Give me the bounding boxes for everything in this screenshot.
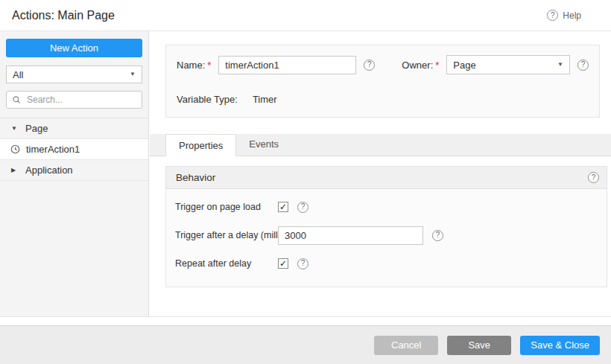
content-divider <box>0 316 611 317</box>
chevron-down-icon: ▼ <box>11 125 19 132</box>
tree-item-label: Application <box>25 165 73 176</box>
property-control: ✓ ? <box>278 258 308 269</box>
action-form: Name:* ? Owner:* Page ▼ ? Variable Type:… <box>165 45 600 118</box>
behavior-panel-header: Behavior ? <box>166 167 607 189</box>
name-label-text: Name: <box>177 60 205 71</box>
variable-type-row: Variable Type: Timer <box>177 94 589 105</box>
help-icon[interactable]: ? <box>364 60 375 71</box>
chevron-down-icon: ▼ <box>130 71 136 77</box>
property-row: Trigger after a delay (millisec… ? <box>175 221 598 249</box>
repeat-after-delay-checkbox[interactable]: ✓ <box>278 258 288 269</box>
panel-title: Behavior <box>176 172 215 183</box>
variable-type-label: Variable Type: <box>177 94 238 105</box>
save-button[interactable]: Save <box>447 336 511 355</box>
name-input[interactable] <box>218 56 356 74</box>
chevron-right-icon: ▶ <box>11 167 19 173</box>
sidebar: New Action All ▼ ▼ Page <box>0 31 149 316</box>
tab-properties[interactable]: Properties <box>165 134 236 156</box>
search-icon <box>12 95 21 104</box>
tree-item-label: Page <box>25 123 48 134</box>
property-row: Repeat after delay ✓ ? <box>175 249 598 278</box>
property-label: Trigger on page load <box>175 202 278 212</box>
help-icon: ? <box>547 10 558 21</box>
tree-item-timeraction1[interactable]: timerAction1 <box>0 139 148 160</box>
sidebar-controls: New Action All ▼ <box>0 31 148 109</box>
header: Actions: Main Page ? Help <box>0 0 611 31</box>
owner-select-value: Page <box>453 60 475 71</box>
action-tree: ▼ Page timerAction1 ▶ Application <box>0 118 148 181</box>
save-close-button[interactable]: Save & Close <box>520 336 600 355</box>
property-label: Trigger after a delay (millisec… <box>175 230 278 240</box>
help-icon[interactable]: ? <box>588 172 599 183</box>
property-label: Repeat after delay <box>175 258 278 269</box>
behavior-panel: Behavior ? Trigger on page load ✓ ? Trig… <box>165 166 607 287</box>
trigger-on-page-load-checkbox[interactable]: ✓ <box>278 202 288 212</box>
filter-select[interactable]: All ▼ <box>6 66 142 83</box>
actions-dialog: Actions: Main Page ? Help New Action All… <box>0 0 611 364</box>
chevron-down-icon: ▼ <box>557 62 563 68</box>
new-action-button[interactable]: New Action <box>6 39 142 57</box>
owner-label-text: Owner: <box>402 60 433 71</box>
page-title: Actions: Main Page <box>12 9 115 22</box>
required-asterisk: * <box>207 60 211 71</box>
property-control: ✓ ? <box>278 202 308 213</box>
tree-item-application[interactable]: ▶ Application <box>0 160 148 181</box>
search-input[interactable] <box>25 94 136 106</box>
tab-bar: Properties Events <box>150 134 611 156</box>
behavior-panel-body: Trigger on page load ✓ ? Trigger after a… <box>166 189 607 287</box>
help-icon[interactable]: ? <box>577 60 589 71</box>
delay-input[interactable] <box>278 226 423 245</box>
search-box <box>6 91 142 109</box>
name-owner-row: Name:* ? Owner:* Page ▼ ? <box>177 55 589 74</box>
variable-type-value: Timer <box>253 94 277 105</box>
owner-label: Owner:* <box>402 60 439 71</box>
tab-events[interactable]: Events <box>236 133 291 156</box>
help-icon[interactable]: ? <box>297 258 308 269</box>
property-row: Trigger on page load ✓ ? <box>175 193 598 221</box>
name-label: Name:* <box>177 60 211 71</box>
tree-item-page[interactable]: ▼ Page <box>0 118 148 139</box>
cancel-button[interactable]: Cancel <box>374 336 438 355</box>
property-control: ? <box>278 226 443 245</box>
owner-select[interactable]: Page ▼ <box>446 55 570 74</box>
help-icon[interactable]: ? <box>432 230 443 241</box>
main-content: Name:* ? Owner:* Page ▼ ? Variable Type:… <box>150 31 611 316</box>
help-label: Help <box>563 10 581 21</box>
footer: Cancel Save Save & Close <box>0 325 611 364</box>
help-icon[interactable]: ? <box>297 202 308 213</box>
tree-item-label: timerAction1 <box>26 144 80 155</box>
filter-select-value: All <box>13 69 23 80</box>
help-link[interactable]: ? Help <box>547 10 581 21</box>
required-asterisk: * <box>435 60 439 71</box>
clock-icon <box>10 144 20 154</box>
